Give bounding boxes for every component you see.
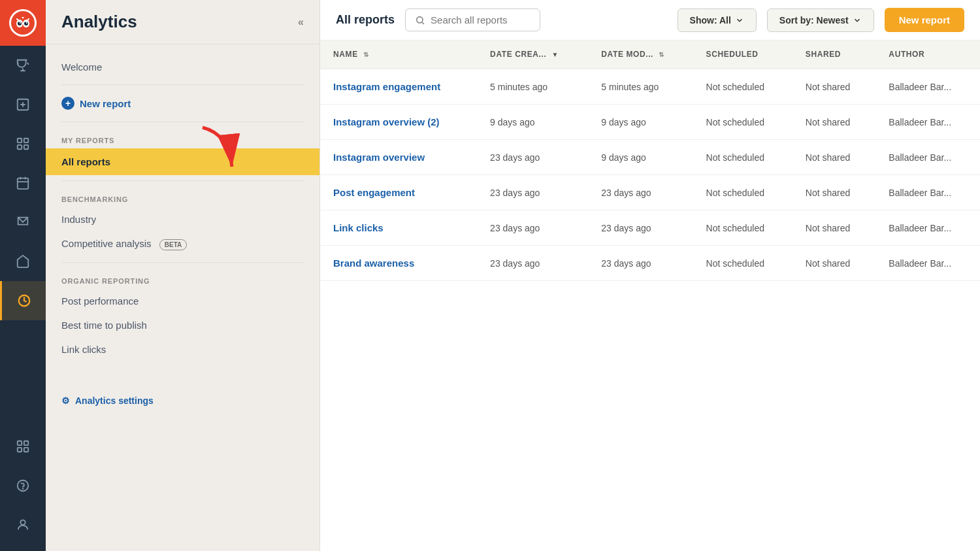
cell-name[interactable]: Instagram overview: [320, 140, 477, 175]
sidebar-nav-inbox[interactable]: [0, 203, 46, 242]
cell-author: Balladeer Bar...: [875, 69, 980, 105]
cell-date-created: 5 minutes ago: [477, 69, 588, 105]
cell-name[interactable]: Instagram overview (2): [320, 105, 477, 140]
col-date-modified[interactable]: DATE MOD... ⇅: [588, 41, 693, 69]
table-row: Link clicks 23 days ago 23 days ago Not …: [320, 210, 980, 246]
sidebar-nav-apps[interactable]: [0, 427, 46, 466]
search-icon: [415, 15, 425, 25]
icon-sidebar: [0, 0, 46, 551]
sidebar-nav-streams[interactable]: [0, 124, 46, 163]
cell-name[interactable]: Brand awareness: [320, 246, 477, 281]
svg-point-22: [417, 16, 423, 22]
cell-name[interactable]: Post engagement: [320, 175, 477, 210]
app-logo[interactable]: [0, 0, 46, 46]
cell-date-created: 23 days ago: [477, 246, 588, 281]
svg-point-0: [11, 11, 35, 35]
svg-rect-11: [24, 145, 28, 149]
col-shared: SHARED: [792, 41, 876, 69]
nav-divider-2: [61, 122, 304, 122]
col-name[interactable]: NAME ⇅: [320, 41, 477, 69]
cell-shared: Not shared: [792, 140, 876, 175]
svg-point-5: [20, 22, 21, 24]
collapse-button[interactable]: «: [298, 16, 304, 28]
nav-competitive-analysis[interactable]: Competitive analysis BETA: [46, 231, 319, 257]
nav-best-time-to-publish[interactable]: Best time to publish: [46, 313, 319, 337]
cell-date-created: 23 days ago: [477, 175, 588, 210]
benchmarking-section-label: BENCHMARKING: [46, 186, 319, 207]
svg-rect-12: [18, 178, 29, 190]
nav-welcome[interactable]: Welcome: [46, 55, 319, 79]
new-report-header-button[interactable]: New report: [885, 8, 964, 32]
left-nav-header: Analytics «: [46, 0, 319, 44]
cell-date-modified: 23 days ago: [588, 246, 693, 281]
svg-point-6: [26, 22, 27, 24]
cell-name[interactable]: Instagram engagement: [320, 69, 477, 105]
table-row: Instagram overview (2) 9 days ago 9 days…: [320, 105, 980, 140]
sidebar-nav-trophy[interactable]: [0, 46, 46, 85]
left-nav: Analytics « Welcome + New report MY REPO…: [46, 0, 320, 551]
sidebar-nav-compose[interactable]: [0, 85, 46, 124]
new-report-button[interactable]: + New report: [46, 90, 319, 116]
nav-divider-1: [61, 84, 304, 85]
cell-scheduled: Not scheduled: [693, 69, 792, 105]
cell-date-modified: 23 days ago: [588, 175, 693, 210]
cell-name[interactable]: Link clicks: [320, 210, 477, 246]
cell-scheduled: Not scheduled: [693, 140, 792, 175]
sidebar-nav-help[interactable]: [0, 466, 46, 505]
svg-point-20: [20, 520, 25, 525]
search-input[interactable]: [431, 14, 531, 25]
col-author: AUTHOR: [875, 41, 980, 69]
show-filter-button[interactable]: Show: All: [678, 8, 757, 32]
cell-date-created: 23 days ago: [477, 210, 588, 246]
analytics-title: Analytics: [61, 12, 137, 32]
table-header-row: NAME ⇅ DATE CREA... ▼ DATE MOD... ⇅ SCHE…: [320, 41, 980, 69]
nav-divider-3: [61, 180, 304, 181]
table-row: Brand awareness 23 days ago 23 days ago …: [320, 246, 980, 281]
analytics-settings-link[interactable]: ⚙ Analytics settings: [46, 388, 319, 414]
name-sort-icon: ⇅: [363, 51, 369, 58]
nav-industry[interactable]: Industry: [46, 207, 319, 231]
cell-author: Balladeer Bar...: [875, 105, 980, 140]
nav-link-clicks[interactable]: Link clicks: [46, 337, 319, 361]
search-box[interactable]: [405, 8, 540, 31]
cell-shared: Not shared: [792, 69, 876, 105]
cell-author: Balladeer Bar...: [875, 175, 980, 210]
date-modified-sort-icon: ⇅: [659, 51, 664, 58]
cell-date-modified: 5 minutes ago: [588, 69, 693, 105]
cell-date-created: 23 days ago: [477, 140, 588, 175]
owl-logo: [9, 9, 37, 37]
nav-divider-4: [61, 262, 304, 263]
table-row: Instagram engagement 5 minutes ago 5 min…: [320, 69, 980, 105]
col-scheduled: SCHEDULED: [693, 41, 792, 69]
sort-button[interactable]: Sort by: Newest: [767, 8, 874, 32]
organic-reporting-section-label: ORGANIC REPORTING: [46, 268, 319, 289]
sidebar-nav-analytics[interactable]: [0, 281, 46, 320]
beta-badge: BETA: [159, 239, 187, 250]
nav-post-performance[interactable]: Post performance: [46, 289, 319, 313]
main-header: All reports Show: All Sort by: Newest Ne…: [320, 0, 980, 41]
sidebar-nav-user[interactable]: [0, 505, 46, 544]
nav-all-reports[interactable]: All reports: [46, 148, 319, 175]
table-row: Instagram overview 23 days ago 9 days ag…: [320, 140, 980, 175]
gear-icon: ⚙: [61, 395, 70, 406]
main-content: All reports Show: All Sort by: Newest Ne…: [320, 0, 980, 551]
date-created-sort-icon: ▼: [551, 51, 559, 58]
cell-scheduled: Not scheduled: [693, 210, 792, 246]
svg-rect-15: [24, 441, 28, 445]
svg-rect-17: [24, 448, 28, 452]
cell-scheduled: Not scheduled: [693, 246, 792, 281]
reports-table: NAME ⇅ DATE CREA... ▼ DATE MOD... ⇅ SCHE…: [320, 41, 980, 281]
col-date-created[interactable]: DATE CREA... ▼: [477, 41, 588, 69]
cell-shared: Not shared: [792, 210, 876, 246]
svg-point-19: [23, 488, 24, 489]
sidebar-nav-publisher[interactable]: [0, 242, 46, 281]
cell-shared: Not shared: [792, 246, 876, 281]
sidebar-nav-planner[interactable]: [0, 163, 46, 203]
cell-shared: Not shared: [792, 105, 876, 140]
svg-rect-8: [18, 139, 22, 142]
chevron-down-icon: [735, 16, 744, 25]
cell-date-modified: 9 days ago: [588, 105, 693, 140]
all-reports-heading: All reports: [336, 13, 395, 27]
cell-scheduled: Not scheduled: [693, 175, 792, 210]
cell-date-created: 9 days ago: [477, 105, 588, 140]
